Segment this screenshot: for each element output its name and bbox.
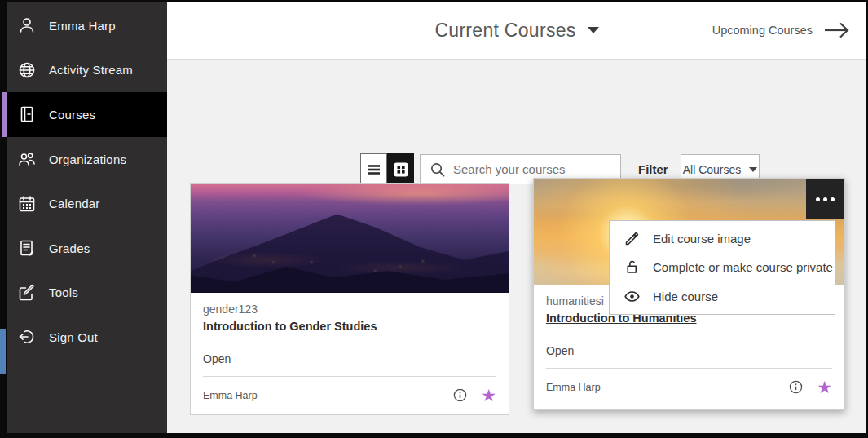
info-icon[interactable]: [788, 379, 804, 395]
course-status: Open: [546, 344, 832, 357]
course-card-body: gender123 Introduction to Gender Studies…: [191, 293, 509, 414]
calendar-icon: [17, 194, 37, 214]
menu-item-label: Edit course image: [653, 232, 751, 246]
menu-item-hide-course[interactable]: Hide course: [610, 282, 835, 310]
people-icon: [17, 149, 37, 169]
sidebar-item-label: Courses: [49, 108, 95, 122]
app-window: Emma Harp Activity Stream Courses Organi…: [0, 0, 868, 438]
grid-view-button[interactable]: [387, 153, 414, 185]
page-title: Current Courses: [434, 20, 575, 42]
search-icon: [430, 161, 445, 177]
pencil-icon: [623, 230, 641, 247]
course-status: Open: [203, 352, 496, 365]
sidebar-item-label: Emma Harp: [49, 19, 116, 33]
arrow-right-icon: [822, 20, 852, 40]
sidebar-item-label: Organizations: [49, 153, 126, 166]
grades-icon: [17, 238, 37, 258]
sidebar-item-label: Sign Out: [49, 330, 98, 344]
eye-icon: [623, 288, 641, 305]
instructor-name: Emma Harp: [546, 382, 601, 393]
course-title-link[interactable]: Introduction to Gender Studies: [203, 320, 496, 333]
scrollbar-indicator[interactable]: [0, 329, 6, 374]
person-icon: [17, 15, 37, 35]
info-icon[interactable]: [452, 387, 468, 403]
sidebar: Emma Harp Activity Stream Courses Organi…: [7, 2, 167, 433]
sidebar-item-profile[interactable]: Emma Harp: [7, 3, 167, 48]
sidebar-item-label: Grades: [49, 241, 90, 255]
sidebar-item-sign-out[interactable]: Sign Out: [7, 315, 167, 360]
filter-dropdown-value: All Courses: [683, 163, 742, 176]
upcoming-courses-label: Upcoming Courses: [712, 24, 813, 37]
view-toggle: [360, 153, 414, 185]
favorite-star-icon[interactable]: ★: [817, 378, 832, 396]
menu-item-complete-or-private[interactable]: Complete or make course private: [610, 254, 835, 281]
menu-item-edit-course-image[interactable]: Edit course image: [610, 225, 835, 253]
sidebar-item-label: Calendar: [49, 197, 99, 210]
course-id: gender123: [203, 303, 496, 316]
next-row-edge: [534, 431, 848, 431]
sidebar-item-label: Tools: [49, 285, 78, 299]
book-icon: [17, 104, 37, 124]
course-context-menu: Edit course image Complete or make cours…: [609, 220, 835, 315]
list-view-button[interactable]: [360, 153, 387, 185]
sign-out-icon: [17, 327, 37, 347]
course-image[interactable]: [191, 184, 509, 293]
grid-view-icon: [392, 161, 410, 179]
upcoming-courses-link[interactable]: Upcoming Courses: [712, 2, 852, 59]
menu-item-label: Hide course: [653, 290, 718, 303]
tools-icon: [17, 283, 37, 303]
sidebar-item-label: Activity Stream: [49, 63, 133, 77]
menu-item-label: Complete or make course private: [653, 260, 833, 274]
sidebar-item-grades[interactable]: Grades: [7, 226, 167, 271]
card-more-options-button[interactable]: [806, 179, 844, 219]
sidebar-item-tools[interactable]: Tools: [7, 271, 167, 316]
sidebar-item-activity-stream[interactable]: Activity Stream: [7, 48, 167, 93]
search-input[interactable]: [452, 161, 620, 177]
unlock-icon: [623, 259, 641, 276]
course-card-gender-studies: gender123 Introduction to Gender Studies…: [190, 183, 509, 415]
globe-icon: [17, 60, 37, 80]
sidebar-item-organizations[interactable]: Organizations: [7, 137, 167, 182]
chevron-down-icon: [749, 167, 757, 172]
page-header: Current Courses Upcoming Courses: [167, 2, 866, 60]
course-card-footer: Emma Harp ★: [546, 369, 832, 405]
favorite-star-icon[interactable]: ★: [481, 387, 496, 404]
sidebar-item-calendar[interactable]: Calendar: [7, 181, 167, 226]
sidebar-item-courses[interactable]: Courses: [7, 92, 167, 137]
chevron-down-icon: [588, 27, 599, 33]
course-card-footer: Emma Harp ★: [203, 377, 496, 414]
ellipsis-icon: [816, 197, 820, 201]
instructor-name: Emma Harp: [203, 390, 258, 401]
list-view-icon: [366, 161, 382, 178]
filter-label: Filter: [638, 162, 668, 176]
